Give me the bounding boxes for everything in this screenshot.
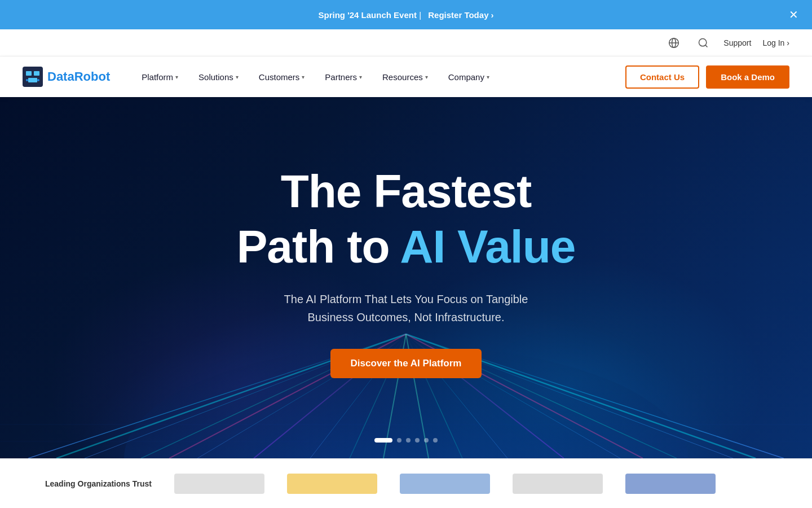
search-icon[interactable] [694, 34, 712, 52]
svg-point-10 [37, 79, 39, 81]
svg-point-9 [26, 79, 28, 81]
nav-partners[interactable]: Partners ▾ [316, 68, 371, 86]
logo-link[interactable]: DataRobot [23, 67, 110, 87]
announcement-close-button[interactable]: ✕ [789, 9, 798, 20]
announcement-banner: Spring '24 Launch Event | Register Today… [0, 0, 812, 29]
main-navbar: DataRobot Platform ▾ Solutions ▾ Custome… [0, 56, 812, 97]
nav-solutions-label: Solutions [198, 72, 233, 82]
hero-section: The Fastest Path to AI Value The AI Plat… [0, 97, 812, 458]
carousel-dots [374, 438, 438, 443]
nav-solutions-chevron: ▾ [236, 74, 239, 80]
logo-robot: Robot [74, 69, 111, 84]
login-label: Log In [762, 38, 784, 47]
nav-platform-label: Platform [142, 72, 173, 82]
hero-content: The Fastest Path to AI Value The AI Plat… [237, 166, 576, 378]
nav-solutions[interactable]: Solutions ▾ [189, 68, 248, 86]
partner-logo-4 [513, 474, 603, 494]
carousel-dot-3[interactable] [406, 438, 411, 443]
logo-text: DataRobot [47, 69, 110, 84]
svg-point-3 [699, 38, 707, 46]
hero-subtitle: The AI Platform That Lets You Focus on T… [237, 290, 575, 326]
partner-logo-5 [625, 474, 716, 494]
nav-links: Platform ▾ Solutions ▾ Customers ▾ Partn… [133, 68, 625, 86]
contact-us-button[interactable]: Contact Us [625, 65, 699, 89]
nav-company-label: Company [448, 72, 484, 82]
nav-customers-label: Customers [259, 72, 300, 82]
nav-resources-chevron: ▾ [425, 74, 428, 80]
hero-subtitle-line1: The AI Platform That Lets You Focus on T… [284, 293, 528, 305]
nav-company-chevron: ▾ [487, 74, 489, 80]
carousel-dot-6[interactable] [433, 438, 438, 443]
trust-label: Leading Organizations Trust [45, 479, 152, 488]
register-arrow: › [491, 10, 493, 20]
nav-company[interactable]: Company ▾ [439, 68, 498, 86]
nav-actions: Contact Us Book a Demo [625, 65, 789, 89]
partner-logo-3 [400, 474, 490, 494]
partner-logo-1 [174, 474, 264, 494]
hero-title-line1: The Fastest [237, 166, 576, 217]
utility-bar: Support Log In › [0, 29, 812, 56]
support-link[interactable]: Support [723, 38, 751, 47]
svg-rect-5 [23, 67, 43, 87]
hero-subtitle-line2: Business Outcomes, Not Infrastructure. [307, 311, 504, 323]
register-link[interactable]: Register Today › [428, 10, 493, 20]
logo-data: Data [47, 69, 74, 84]
carousel-dot-5[interactable] [424, 438, 429, 443]
announcement-event-name: Spring '24 Launch Event [319, 10, 417, 20]
register-text: Register Today [428, 10, 488, 20]
trust-strip: Leading Organizations Trust [0, 458, 812, 508]
carousel-dot-4[interactable] [415, 438, 420, 443]
announcement-text: Spring '24 Launch Event | Register Today… [319, 10, 494, 20]
nav-platform[interactable]: Platform ▾ [133, 68, 187, 86]
login-link[interactable]: Log In › [762, 38, 789, 47]
nav-platform-chevron: ▾ [175, 74, 178, 80]
partner-logo-2 [287, 474, 377, 494]
hero-title-line2: Path to AI Value [237, 221, 576, 272]
globe-icon[interactable] [665, 34, 683, 52]
logo-icon [23, 67, 43, 87]
nav-customers-chevron: ▾ [302, 74, 304, 80]
announcement-separator: | [419, 10, 421, 20]
discover-platform-button[interactable]: Discover the AI Platform [330, 349, 482, 378]
nav-customers[interactable]: Customers ▾ [250, 68, 314, 86]
carousel-dot-1[interactable] [374, 438, 392, 443]
svg-rect-7 [34, 71, 39, 76]
nav-resources[interactable]: Resources ▾ [373, 68, 437, 86]
svg-rect-8 [28, 78, 37, 82]
nav-resources-label: Resources [382, 72, 423, 82]
svg-rect-6 [26, 71, 32, 76]
book-demo-button[interactable]: Book a Demo [706, 65, 789, 89]
carousel-dot-2[interactable] [397, 438, 401, 443]
hero-title-highlight: AI Value [400, 221, 575, 272]
nav-partners-chevron: ▾ [359, 74, 362, 80]
svg-line-4 [705, 45, 708, 47]
login-arrow: › [787, 38, 789, 47]
nav-partners-label: Partners [325, 72, 357, 82]
hero-title-plain: Path to [237, 221, 400, 272]
